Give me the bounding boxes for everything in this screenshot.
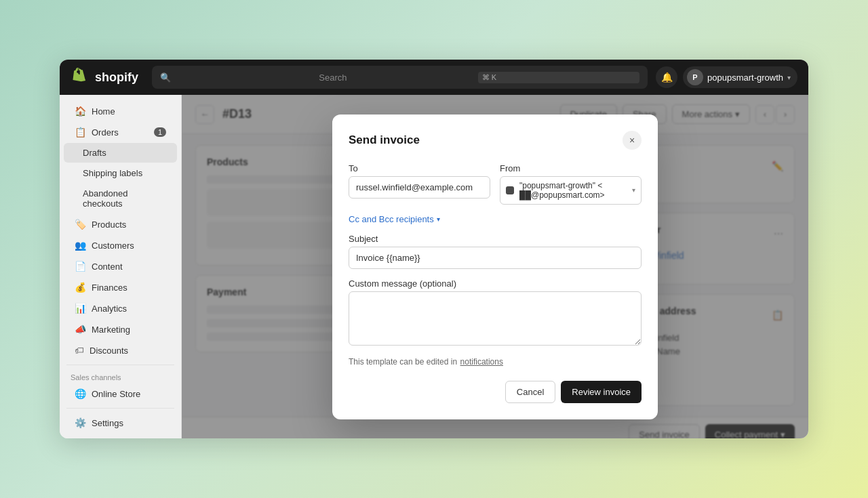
cc-bcc-label: Cc and Bcc recipients	[349, 214, 434, 224]
sidebar-item-online-store[interactable]: 🌐 Online Store	[64, 383, 177, 404]
cc-bcc-chevron-icon: ▾	[437, 215, 440, 223]
user-chevron-icon: ▾	[787, 74, 791, 81]
sidebar-item-label: Products	[92, 220, 126, 230]
cancel-button[interactable]: Cancel	[505, 381, 555, 403]
main-content: ← #D13 Duplicate Share More actions ▾ ‹ …	[182, 95, 808, 438]
sidebar-divider-2	[66, 408, 174, 409]
modal-header: Send invoice ×	[349, 131, 642, 150]
to-field-group: To	[349, 163, 490, 205]
sidebar-item-home[interactable]: 🏠 Home	[64, 101, 177, 121]
discounts-icon: 🏷	[75, 345, 84, 356]
from-field-group: From "popupsmart-growth" < ██@popupsmart…	[500, 163, 642, 205]
sidebar-item-label: Customers	[92, 241, 134, 251]
from-label: From	[500, 163, 642, 173]
modal-body: To From "popupsmart-growth" < ██@popupsm…	[349, 163, 642, 367]
review-invoice-button[interactable]: Review invoice	[561, 381, 642, 403]
sidebar-item-orders[interactable]: 📋 Orders 1	[64, 122, 177, 142]
sidebar-item-non-transferable[interactable]: 🔒 Non-transferable	[64, 434, 177, 438]
sidebar-item-finances[interactable]: 💰 Finances	[64, 277, 177, 297]
search-icon: 🔍	[160, 72, 313, 83]
search-placeholder: Search	[319, 72, 472, 83]
custom-message-label: Custom message (optional)	[349, 278, 642, 289]
subject-label: Subject	[349, 234, 642, 244]
sidebar-item-label: Analytics	[92, 304, 127, 314]
sidebar-item-abandoned-checkouts[interactable]: Abandoned checkouts	[64, 184, 177, 213]
search-bar[interactable]: 🔍 Search ⌘ K	[152, 66, 648, 89]
user-menu[interactable]: P popupsmart-growth ▾	[683, 66, 797, 88]
to-input[interactable]	[349, 176, 490, 199]
top-bar: shopify 🔍 Search ⌘ K 🔔 P popupsmart-grow…	[60, 60, 808, 95]
orders-submenu: Drafts Shipping labels Abandoned checkou…	[60, 143, 181, 213]
sidebar-item-customers[interactable]: 👥 Customers	[64, 235, 177, 255]
products-icon: 🏷️	[75, 219, 86, 230]
sales-channels-label: Sales channels	[60, 369, 181, 383]
sidebar-item-shipping-labels[interactable]: Shipping labels	[64, 163, 177, 183]
sidebar-item-label: Discounts	[90, 346, 128, 356]
sidebar-item-analytics[interactable]: 📊 Analytics	[64, 298, 177, 318]
sidebar-item-content[interactable]: 📄 Content	[64, 256, 177, 276]
modal-footer: Cancel Review invoice	[349, 381, 642, 403]
main-window: shopify 🔍 Search ⌘ K 🔔 P popupsmart-grow…	[60, 60, 808, 438]
custom-message-field-group: Custom message (optional)	[349, 278, 642, 346]
cc-bcc-row: Cc and Bcc recipients ▾	[349, 214, 642, 224]
content-area: 🏠 Home 📋 Orders 1 Drafts Shipping labels…	[60, 95, 808, 438]
sidebar-item-settings[interactable]: ⚙️ Settings	[64, 413, 177, 433]
sidebar-divider-1	[66, 365, 174, 365]
sidebar-item-label: Home	[92, 106, 115, 117]
finances-icon: 💰	[75, 282, 86, 293]
sidebar-item-label: Drafts	[83, 148, 106, 158]
from-dropdown-icon: ▾	[632, 186, 635, 194]
settings-icon: ⚙️	[75, 417, 86, 428]
logo-text: shopify	[95, 70, 138, 85]
shopify-logo: shopify	[71, 68, 138, 87]
search-shortcut: ⌘ K	[478, 72, 639, 83]
sidebar-item-label: Content	[92, 262, 123, 272]
sidebar-item-label: Online Store	[92, 389, 140, 399]
sidebar-item-label: Shipping labels	[83, 168, 142, 178]
orders-badge: 1	[154, 127, 166, 137]
online-store-icon: 🌐	[75, 388, 86, 399]
subject-input[interactable]	[349, 247, 642, 269]
to-label: To	[349, 163, 490, 173]
sidebar-item-marketing[interactable]: 📣 Marketing	[64, 319, 177, 339]
user-name: popupsmart-growth	[707, 72, 783, 83]
sidebar-item-label: Abandoned checkouts	[83, 188, 166, 209]
template-note-text: This template can be edited in	[349, 357, 457, 367]
modal-backdrop: Send invoice × To From	[182, 95, 808, 438]
sidebar-item-discounts[interactable]: 🏷 Discounts	[64, 340, 177, 360]
from-color-indicator	[506, 186, 514, 194]
sidebar-item-label: Finances	[92, 283, 127, 293]
notifications-link[interactable]: notifications	[460, 357, 503, 367]
subject-field-group: Subject	[349, 234, 642, 269]
cc-bcc-toggle-button[interactable]: Cc and Bcc recipients ▾	[349, 214, 440, 224]
top-bar-right: 🔔 P popupsmart-growth ▾	[656, 66, 797, 88]
notifications-button[interactable]: 🔔	[656, 66, 677, 88]
home-icon: 🏠	[75, 106, 86, 117]
custom-message-textarea[interactable]	[349, 291, 642, 346]
customers-icon: 👥	[75, 240, 86, 251]
content-icon: 📄	[75, 261, 86, 272]
template-note-row: This template can be edited in notificat…	[349, 355, 642, 367]
sidebar-item-label: Orders	[92, 127, 119, 138]
to-from-row: To From "popupsmart-growth" < ██@popupsm…	[349, 163, 642, 205]
orders-icon: 📋	[75, 127, 86, 138]
sidebar-item-label: Marketing	[92, 325, 130, 335]
sidebar-item-drafts[interactable]: Drafts	[64, 143, 177, 163]
sidebar-item-products[interactable]: 🏷️ Products	[64, 214, 177, 234]
user-avatar: P	[687, 69, 703, 85]
from-value: "popupsmart-growth" < ██@popupsmart.com>	[519, 181, 629, 200]
send-invoice-modal: Send invoice × To From	[332, 115, 658, 419]
modal-close-button[interactable]: ×	[623, 131, 642, 150]
marketing-icon: 📣	[75, 324, 86, 335]
analytics-icon: 📊	[75, 303, 86, 314]
modal-title: Send invoice	[349, 133, 420, 147]
sidebar-item-label: Settings	[92, 418, 123, 428]
sidebar: 🏠 Home 📋 Orders 1 Drafts Shipping labels…	[60, 95, 182, 438]
